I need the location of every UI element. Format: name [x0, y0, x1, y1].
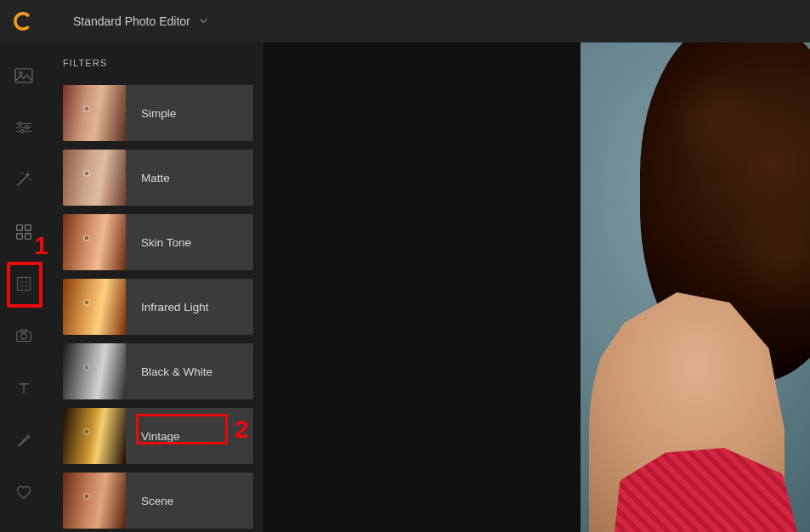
image-tool-icon[interactable]: [10, 63, 37, 88]
left-toolbar: [0, 42, 48, 532]
filter-item-skin-tone[interactable]: Skin Tone: [63, 214, 253, 270]
svg-point-0: [25, 14, 29, 17]
filter-item-simple[interactable]: Simple: [63, 85, 253, 141]
brush-tool-icon[interactable]: [10, 427, 37, 452]
filter-thumb: [63, 214, 126, 270]
panel-title: FILTERS: [63, 58, 253, 68]
filter-label: Black & White: [126, 365, 212, 378]
svg-rect-13: [17, 331, 31, 342]
camera-tool-icon[interactable]: [10, 324, 37, 348]
svg-rect-9: [25, 224, 31, 230]
filter-thumb: [63, 343, 126, 399]
main-area: 1 2 FILTERS: [0, 42, 810, 532]
filter-thumb: [63, 408, 126, 464]
svg-rect-12: [18, 277, 31, 290]
canvas-empty-area: [263, 42, 581, 532]
filter-label: Scene: [126, 495, 173, 507]
text-tool-icon[interactable]: [10, 376, 37, 400]
svg-rect-1: [15, 69, 32, 82]
filter-thumb: [63, 150, 126, 206]
svg-point-7: [21, 173, 23, 174]
filters-panel: FILTERS Simple Matte Skin Tone Infrared …: [48, 42, 263, 532]
app-logo: [14, 12, 32, 31]
preview-image: [581, 42, 810, 532]
svg-point-5: [20, 130, 24, 133]
svg-point-4: [25, 126, 29, 129]
top-bar: Standard Photo Editor: [0, 0, 810, 42]
filter-thumb: [63, 85, 126, 141]
svg-point-14: [21, 334, 27, 340]
app-title-dropdown[interactable]: Standard Photo Editor: [73, 14, 208, 28]
magic-wand-tool-icon[interactable]: [10, 167, 37, 192]
filter-item-infrared-light[interactable]: Infrared Light: [63, 279, 253, 335]
svg-rect-8: [17, 224, 23, 230]
svg-rect-15: [21, 330, 27, 332]
filter-thumb: [63, 473, 126, 529]
heart-tool-icon[interactable]: [10, 480, 37, 505]
grid-tool-icon[interactable]: [10, 271, 37, 296]
filter-thumb: [63, 279, 126, 335]
filter-item-matte[interactable]: Matte: [63, 150, 253, 206]
filter-label: Infrared Light: [126, 301, 209, 314]
svg-point-6: [29, 178, 31, 180]
filter-label: Vintage: [126, 430, 180, 443]
filter-item-black-white[interactable]: Black & White: [63, 343, 253, 399]
chevron-down-icon: [199, 14, 208, 28]
svg-point-3: [19, 122, 22, 126]
filters-tool-icon[interactable]: [10, 219, 37, 244]
svg-rect-10: [17, 233, 23, 239]
filter-item-vintage[interactable]: Vintage: [63, 408, 253, 464]
app-title-label: Standard Photo Editor: [73, 14, 190, 28]
sliders-tool-icon[interactable]: [10, 115, 37, 139]
svg-rect-11: [25, 233, 31, 239]
svg-point-2: [20, 71, 23, 75]
filter-label: Skin Tone: [126, 236, 191, 249]
filter-item-scene[interactable]: Scene: [63, 473, 253, 529]
filter-label: Simple: [126, 107, 176, 120]
filter-label: Matte: [126, 172, 170, 184]
